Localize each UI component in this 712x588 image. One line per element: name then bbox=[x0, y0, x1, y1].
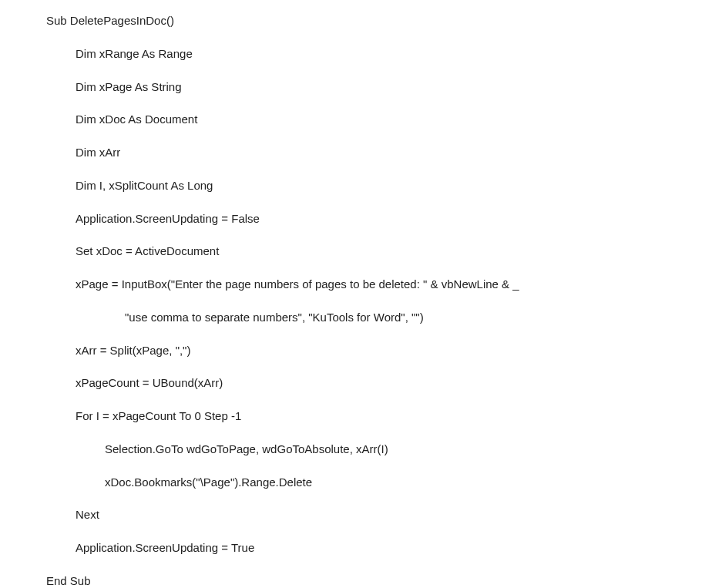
code-line: xDoc.Bookmarks("\Page").Range.Delete bbox=[46, 475, 712, 490]
code-line: Selection.GoTo wdGoToPage, wdGoToAbsolut… bbox=[46, 442, 712, 457]
code-line: Dim xPage As String bbox=[46, 80, 712, 95]
code-line: Dim I, xSplitCount As Long bbox=[46, 179, 712, 193]
code-line: Next bbox=[46, 508, 712, 522]
code-line: Dim xArr bbox=[46, 146, 712, 160]
code-line: For I = xPageCount To 0 Step -1 bbox=[46, 409, 712, 424]
code-line: xArr = Split(xPage, ",") bbox=[46, 344, 712, 358]
vba-code-block: Sub DeletePagesInDoc() Dim xRange As Ran… bbox=[0, 0, 712, 588]
code-line: End Sub bbox=[46, 574, 712, 588]
code-line: Sub DeletePagesInDoc() bbox=[46, 14, 712, 29]
code-line: Application.ScreenUpdating = True bbox=[46, 541, 712, 556]
code-line: xPageCount = UBound(xArr) bbox=[46, 376, 712, 391]
code-line: xPage = InputBox("Enter the page numbers… bbox=[46, 277, 712, 292]
code-line: "use comma to separate numbers", "KuTool… bbox=[46, 311, 712, 325]
code-line: Application.ScreenUpdating = False bbox=[46, 212, 712, 227]
code-line: Set xDoc = ActiveDocument bbox=[46, 244, 712, 259]
code-line: Dim xRange As Range bbox=[46, 47, 712, 62]
code-line: Dim xDoc As Document bbox=[46, 113, 712, 127]
